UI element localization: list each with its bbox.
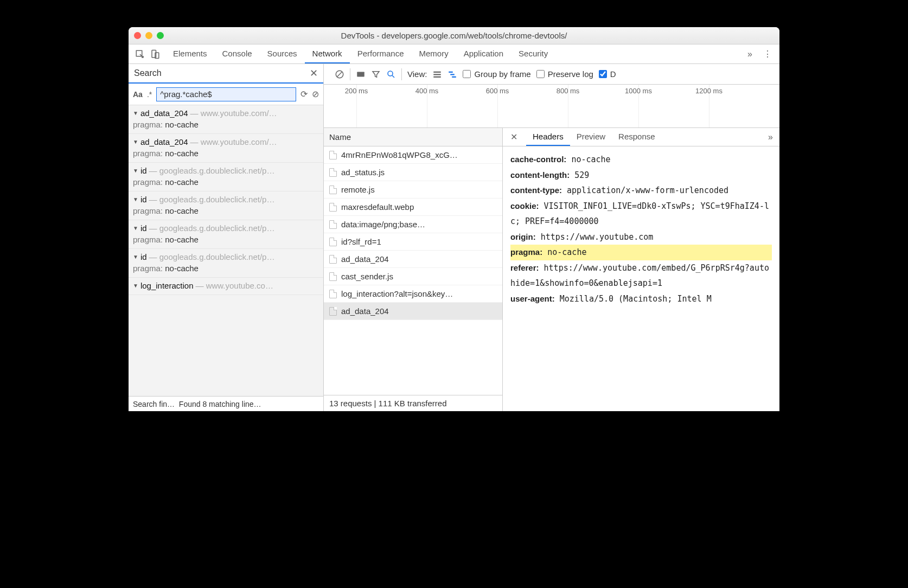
preserve-log-checkbox[interactable]: Preserve log: [536, 69, 593, 79]
capture-screenshots-icon[interactable]: [356, 69, 366, 79]
request-row[interactable]: ad_status.js: [324, 164, 502, 181]
tab-performance[interactable]: Performance: [350, 44, 412, 63]
tab-elements[interactable]: Elements: [165, 44, 215, 63]
requests-list: 4mrRnEPnWo81qWPG8_xcG…ad_status.jsremote…: [324, 146, 502, 395]
result-key: pragma:: [133, 264, 163, 273]
large-rows-icon[interactable]: [432, 69, 442, 79]
search-result[interactable]: ▼ad_data_204 — www.youtube.com/…pragma: …: [129, 105, 323, 134]
result-domain: — www.youtube.com/…: [190, 137, 277, 146]
svg-rect-8: [434, 76, 442, 77]
tab-application[interactable]: Application: [456, 44, 511, 63]
request-name: cast_sender.js: [341, 272, 393, 281]
requests-column: Name 4mrRnEPnWo81qWPG8_xcG…ad_status.jsr…: [324, 128, 503, 411]
search-status: Search fin… Found 8 matching line…: [129, 396, 323, 411]
timeline[interactable]: 200 ms400 ms600 ms800 ms1000 ms1200 ms: [324, 85, 779, 128]
header-value: 529: [574, 170, 589, 180]
timeline-tick: 600 ms: [486, 87, 509, 95]
request-row[interactable]: ad_data_204: [324, 303, 502, 320]
timeline-tick: 1000 ms: [625, 87, 652, 95]
header-value: https://www.youtube.com: [541, 232, 654, 242]
header-row[interactable]: cache-control: no-cache: [510, 152, 772, 168]
svg-point-5: [388, 71, 393, 76]
group-by-frame-checkbox[interactable]: Group by frame: [463, 69, 530, 79]
search-status-left: Search fin…: [133, 400, 175, 408]
details-overflow-icon[interactable]: »: [764, 132, 777, 142]
result-domain: — googleads.g.doubleclick.net/p…: [149, 223, 275, 233]
header-row[interactable]: user-agent: Mozilla/5.0 (Macintosh; Inte…: [510, 291, 772, 307]
device-toggle-icon[interactable]: [150, 49, 160, 59]
search-result[interactable]: ▼id — googleads.g.doubleclick.net/p…prag…: [129, 220, 323, 249]
request-row[interactable]: data:image/png;base…: [324, 216, 502, 233]
header-row[interactable]: origin: https://www.youtube.com: [510, 229, 772, 245]
header-row[interactable]: content-type: application/x-www-form-url…: [510, 183, 772, 199]
search-result[interactable]: ▼id — googleads.g.doubleclick.net/p…prag…: [129, 163, 323, 191]
request-name: log_interaction?alt=json&key…: [341, 289, 453, 298]
header-row[interactable]: cookie: VISITOR_INFO1_LIVE=dDk0-xTswPs; …: [510, 199, 772, 229]
regex-toggle[interactable]: .*: [147, 90, 152, 99]
result-domain: — googleads.g.doubleclick.net/p…: [149, 195, 275, 204]
result-domain: — www.youtube.com/…: [190, 108, 277, 118]
search-toolbar: Aa .* ⟳ ⊘: [129, 84, 323, 105]
file-icon: [329, 290, 337, 298]
filter-icon[interactable]: [371, 69, 381, 79]
result-key: pragma:: [133, 206, 163, 215]
result-name: ad_data_204: [140, 137, 188, 146]
request-row[interactable]: maxresdefault.webp: [324, 199, 502, 216]
details-tab-response[interactable]: Response: [612, 128, 662, 146]
search-status-right: Found 8 matching line…: [179, 400, 261, 408]
tab-console[interactable]: Console: [215, 44, 260, 63]
timeline-tick: 800 ms: [557, 87, 580, 95]
svg-rect-4: [357, 72, 365, 76]
details-tab-preview[interactable]: Preview: [570, 128, 612, 146]
header-key: user-agent:: [510, 294, 555, 303]
header-row[interactable]: pragma: no-cache: [510, 245, 772, 260]
header-key: pragma:: [510, 247, 542, 257]
search-result[interactable]: ▼ad_data_204 — www.youtube.com/…pragma: …: [129, 134, 323, 163]
tab-memory[interactable]: Memory: [412, 44, 456, 63]
search-title: Search: [134, 68, 162, 78]
devtools-window: DevTools - developers.google.com/web/too…: [129, 27, 779, 411]
tab-network[interactable]: Network: [305, 44, 350, 63]
chevron-down-icon: ▼: [133, 225, 138, 231]
tab-security[interactable]: Security: [511, 44, 555, 63]
clear-search-icon[interactable]: ⊘: [312, 89, 319, 99]
result-domain: — googleads.g.doubleclick.net/p…: [149, 166, 275, 175]
request-row[interactable]: id?slf_rd=1: [324, 233, 502, 251]
request-row[interactable]: cast_sender.js: [324, 268, 502, 285]
result-value: no-cache: [165, 177, 199, 187]
search-result[interactable]: ▼log_interaction — www.youtube.co…: [129, 278, 323, 295]
overflow-icon[interactable]: »: [743, 49, 757, 59]
disable-cache-checkbox[interactable]: D: [599, 69, 616, 79]
tab-sources[interactable]: Sources: [260, 44, 305, 63]
clear-log-icon[interactable]: [335, 69, 344, 79]
refresh-search-icon[interactable]: ⟳: [300, 89, 308, 99]
request-row[interactable]: 4mrRnEPnWo81qWPG8_xcG…: [324, 146, 502, 164]
file-icon: [329, 151, 337, 159]
request-row[interactable]: remote.js: [324, 181, 502, 199]
result-name: id: [140, 166, 147, 175]
close-details-icon[interactable]: ✕: [505, 132, 523, 142]
file-icon: [329, 255, 337, 264]
result-key: pragma:: [133, 149, 163, 158]
search-input[interactable]: [156, 87, 296, 101]
search-result[interactable]: ▼id — googleads.g.doubleclick.net/p…prag…: [129, 249, 323, 278]
details-tab-headers[interactable]: Headers: [526, 128, 570, 146]
request-details: ✕ HeadersPreviewResponse » cache-control…: [503, 128, 779, 411]
waterfall-icon[interactable]: [447, 69, 457, 79]
file-icon: [329, 220, 337, 229]
header-row[interactable]: content-length: 529: [510, 168, 772, 183]
request-row[interactable]: ad_data_204: [324, 251, 502, 268]
main-tabs: ElementsConsoleSourcesNetworkPerformance…: [129, 44, 779, 64]
chevron-down-icon: ▼: [133, 168, 138, 174]
svg-rect-6: [434, 71, 442, 72]
request-row[interactable]: log_interaction?alt=json&key…: [324, 285, 502, 303]
search-icon[interactable]: [386, 69, 396, 79]
requests-column-header[interactable]: Name: [324, 128, 502, 146]
close-search-icon[interactable]: ✕: [310, 67, 318, 79]
search-result[interactable]: ▼id — googleads.g.doubleclick.net/p…prag…: [129, 191, 323, 220]
header-row[interactable]: referer: https://www.youtube.com/embed/G…: [510, 260, 772, 291]
match-case-toggle[interactable]: Aa: [133, 90, 143, 99]
kebab-menu-icon[interactable]: ⋮: [759, 49, 776, 59]
inspect-icon[interactable]: [135, 49, 145, 59]
network-panel: View: Group by frame Preserve log: [324, 64, 779, 411]
